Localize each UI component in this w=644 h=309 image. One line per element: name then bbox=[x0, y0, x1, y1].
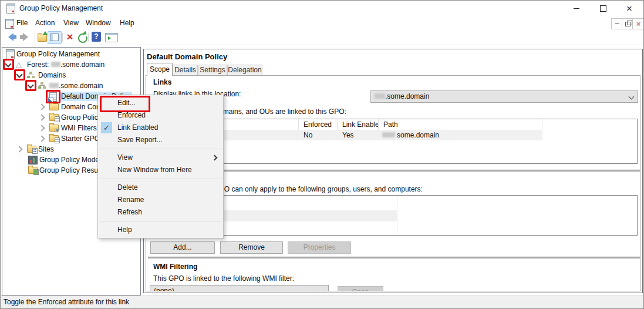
forward-icon[interactable] bbox=[19, 33, 32, 41]
child-restore-icon bbox=[625, 22, 630, 26]
tab-delegation[interactable]: Delegation bbox=[227, 65, 262, 75]
child-minimize-icon bbox=[615, 23, 619, 24]
redacted-text bbox=[49, 83, 59, 88]
cell-link-enabled: Yes bbox=[342, 130, 354, 140]
chevron-collapsed-icon[interactable] bbox=[38, 103, 45, 110]
close-button[interactable]: × bbox=[616, 1, 643, 16]
menu-item-view[interactable]: View bbox=[98, 152, 223, 164]
redacted-text bbox=[51, 62, 60, 67]
minimize-icon bbox=[574, 8, 579, 9]
chevron-collapsed-icon[interactable] bbox=[38, 114, 45, 120]
redacted-text bbox=[382, 132, 395, 137]
menu-item-delete[interactable]: Delete bbox=[98, 182, 223, 194]
child-close-icon: × bbox=[636, 20, 641, 28]
console-icon bbox=[5, 19, 14, 31]
chevron-collapsed-icon[interactable] bbox=[38, 135, 45, 142]
submenu-arrow-icon bbox=[212, 155, 218, 161]
tab-scope[interactable]: Scope bbox=[147, 63, 173, 76]
menu-item-label: Link Enabled bbox=[117, 123, 158, 132]
toolbar-separator bbox=[88, 33, 89, 42]
gpo-title: Default Domain Policy bbox=[147, 52, 227, 61]
links-heading: Links bbox=[153, 78, 171, 86]
chevron-expanded-icon[interactable] bbox=[27, 82, 33, 88]
help-icon[interactable] bbox=[92, 32, 101, 42]
add-button[interactable]: Add... bbox=[150, 241, 215, 254]
toolbar-separator bbox=[35, 33, 35, 42]
window-title: Group Policy Management bbox=[19, 1, 103, 16]
minimize-button[interactable] bbox=[563, 1, 590, 16]
group-policy-management-window: Group Policy Management × File Action Vi… bbox=[0, 0, 644, 309]
tree-item-label: Sites bbox=[38, 144, 54, 154]
chevron-expanded-icon[interactable] bbox=[16, 71, 22, 78]
back-icon[interactable] bbox=[4, 33, 17, 41]
menu-action[interactable]: Action bbox=[35, 16, 55, 30]
column-header-enforced[interactable]: Enforced bbox=[299, 119, 338, 130]
menu-view[interactable]: View bbox=[63, 16, 79, 30]
wmi-heading: WMI Filtering bbox=[153, 263, 197, 271]
menu-window[interactable]: Window bbox=[86, 16, 111, 30]
delete-icon[interactable] bbox=[65, 31, 75, 43]
wmi-filter-combo[interactable]: (none) bbox=[150, 285, 329, 291]
tree-item-label: Domains bbox=[38, 70, 66, 80]
open-button: Open bbox=[338, 286, 383, 291]
tree-item-label: Group Policy Management bbox=[16, 49, 100, 59]
title-bar: Group Policy Management × bbox=[1, 1, 643, 16]
wmi-sentence: This GPO is linked to the following WMI … bbox=[153, 274, 294, 283]
context-menu: Edit... Enforced Link Enabled Save Repor… bbox=[97, 95, 224, 239]
action-pane-icon[interactable] bbox=[105, 33, 118, 42]
chevron-expanded-icon[interactable] bbox=[5, 61, 11, 67]
menu-item-edit[interactable]: Edit... bbox=[98, 97, 223, 109]
column-header-link-enabled[interactable]: Link Enabled bbox=[338, 119, 379, 130]
tab-details[interactable]: Details bbox=[173, 65, 198, 75]
menu-separator bbox=[99, 149, 222, 149]
menu-item-refresh[interactable]: Refresh bbox=[98, 206, 223, 219]
menu-item-help[interactable]: Help bbox=[98, 224, 223, 236]
chevron-down-icon bbox=[319, 288, 325, 291]
chevron-collapsed-icon[interactable] bbox=[38, 125, 45, 131]
location-combo[interactable]: .some.domain bbox=[370, 90, 638, 103]
menu-item-link-enabled[interactable]: Link Enabled bbox=[98, 122, 223, 134]
tree-item-label: WMI Filters bbox=[61, 123, 97, 133]
tree-item-domain[interactable]: .some.domain bbox=[2, 80, 139, 91]
show-console-tree-icon[interactable] bbox=[48, 31, 62, 44]
status-text: Toggle the Enforced attribute for this l… bbox=[4, 296, 129, 308]
chevron-down-icon bbox=[629, 94, 635, 100]
column-header-path[interactable]: Path bbox=[379, 119, 542, 130]
up-one-level-icon[interactable] bbox=[38, 35, 47, 42]
toolbar-separator bbox=[62, 33, 63, 42]
menu-help[interactable]: Help bbox=[120, 16, 134, 30]
status-bar: Toggle the Enforced attribute for this l… bbox=[1, 295, 643, 308]
cell-path: some.domain bbox=[382, 130, 439, 140]
tree-item-domains[interactable]: Domains bbox=[2, 70, 139, 80]
tab-settings[interactable]: Settings bbox=[198, 65, 227, 75]
menu-separator bbox=[99, 179, 222, 179]
chevron-collapsed-icon[interactable] bbox=[16, 146, 22, 152]
location-combo-value: .some.domain bbox=[385, 92, 429, 100]
refresh-icon[interactable] bbox=[78, 33, 87, 43]
menu-item-enforced[interactable]: Enforced bbox=[98, 109, 223, 122]
menu-item-save-report[interactable]: Save Report... bbox=[98, 134, 223, 146]
cell-path-suffix: some.domain bbox=[397, 131, 439, 139]
close-icon: × bbox=[626, 4, 632, 14]
properties-button: Properties bbox=[288, 241, 351, 254]
remove-button[interactable]: Remove bbox=[220, 241, 283, 254]
forest-label-suffix: .some.domain bbox=[60, 61, 104, 69]
menu-item-new-window[interactable]: New Window from Here bbox=[98, 164, 223, 176]
tree-item-label: Group Policy Results bbox=[39, 165, 105, 176]
maximize-button[interactable] bbox=[589, 1, 616, 16]
tree-item-root[interactable]: Group Policy Management bbox=[2, 49, 139, 59]
child-close-button[interactable]: × bbox=[632, 18, 644, 29]
checkmark-icon bbox=[101, 122, 112, 133]
menu-item-label: View bbox=[117, 153, 133, 162]
forest-label-prefix: Forest: bbox=[27, 61, 51, 69]
wmi-combo-value: (none) bbox=[154, 287, 174, 291]
tree-item-label: Forest: .some.domain bbox=[27, 59, 104, 70]
tree-item-forest[interactable]: Forest: .some.domain bbox=[2, 59, 139, 70]
maximize-icon bbox=[600, 5, 606, 12]
menu-file[interactable]: File bbox=[16, 16, 28, 30]
app-icon bbox=[6, 4, 15, 15]
menu-separator bbox=[99, 221, 222, 221]
domain-label-suffix: .some.domain bbox=[59, 82, 103, 90]
menu-bar: File Action View Window Help × bbox=[1, 16, 643, 30]
menu-item-rename[interactable]: Rename bbox=[98, 194, 223, 206]
